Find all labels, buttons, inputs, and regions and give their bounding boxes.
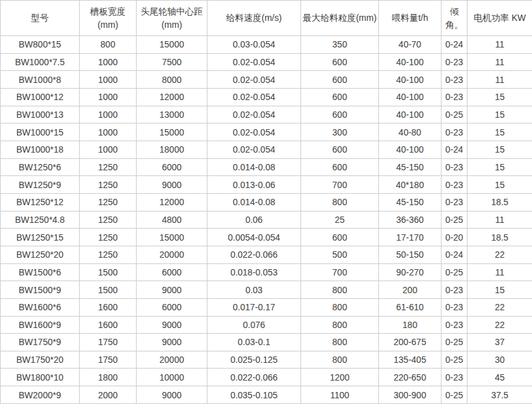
table-cell: 6000: [137, 263, 207, 281]
table-cell: 0-24: [442, 246, 467, 263]
table-row: BW1250*121250120000.014-0.0880045-1500-2…: [1, 193, 532, 211]
table-cell: 1750: [80, 334, 137, 351]
table-cell: 0.025-0.125: [207, 351, 301, 369]
table-cell: 0.018-0.053: [207, 263, 301, 281]
table-cell: 22: [467, 298, 532, 316]
table-cell: 40-100: [379, 141, 442, 158]
table-cell: 1250: [80, 211, 137, 229]
table-cell: 0-20: [442, 229, 467, 246]
table-cell: 500: [301, 246, 379, 263]
table-row: BW1000*151000150000.02-0.05430040-800-23…: [1, 123, 532, 141]
table-cell: 1500: [80, 281, 137, 299]
table-cell: 0-24: [442, 141, 467, 158]
table-cell: 15: [467, 141, 532, 158]
table-row: BW1000*121000120000.02-0.05460040-1000-2…: [1, 88, 532, 106]
table-cell: 11: [467, 263, 532, 281]
table-cell: 50-150: [379, 246, 442, 263]
column-header-4: 最大给料粒度(mm): [301, 1, 379, 36]
table-cell: 20000: [137, 246, 207, 263]
table-cell: 22: [467, 246, 532, 263]
table-cell: 2000: [80, 386, 137, 404]
table-cell: BW1600*9: [1, 316, 80, 334]
table-cell: 600: [301, 53, 379, 71]
table-cell: 25: [301, 211, 379, 229]
table-cell: 800: [80, 36, 137, 54]
table-cell: 0.076: [207, 316, 301, 334]
table-cell: BW1000*13: [1, 106, 80, 123]
feeder-specification-table: 型号槽板宽度(mm)头尾轮轴中心距 (mm)给料速度(m/s)最大给料粒度(mm…: [0, 0, 532, 404]
table-cell: 700: [301, 176, 379, 194]
table-cell: 600: [301, 141, 379, 158]
table-cell: BW1000*8: [1, 71, 80, 89]
table-cell: 12000: [137, 88, 207, 106]
table-cell: BW1800*10: [1, 369, 80, 386]
table-row: BW1500*6150060000.018-0.05370090-2700-25…: [1, 263, 532, 281]
table-cell: 0.02-0.054: [207, 106, 301, 123]
page: 型号槽板宽度(mm)头尾轮轴中心距 (mm)给料速度(m/s)最大给料粒度(mm…: [0, 0, 532, 404]
table-cell: 0-23: [442, 176, 467, 194]
table-row: BW1600*9160090000.0768001800-2322: [1, 316, 532, 334]
table-cell: 1250: [80, 193, 137, 211]
table-cell: 15: [467, 176, 532, 194]
table-row: BW800*15800150000.03-0.05435040-700-2411: [1, 36, 532, 54]
table-cell: 0.02-0.054: [207, 141, 301, 158]
table-cell: 40*180: [379, 176, 442, 194]
table-cell: 1000: [80, 106, 137, 123]
table-row: BW1750*201750200000.025-0.125800135-4050…: [1, 351, 532, 369]
table-cell: BW1250*6: [1, 158, 80, 176]
table-cell: 6000: [137, 298, 207, 316]
table-cell: 0.03-0.054: [207, 36, 301, 54]
table-cell: 40-100: [379, 106, 442, 123]
table-cell: 1800: [80, 369, 137, 386]
table-cell: 0-24: [442, 36, 467, 54]
table-cell: 37.5: [467, 386, 532, 404]
table-cell: 1250: [80, 158, 137, 176]
table-row: BW1000*131000130000.02-0.05460040-1000-2…: [1, 106, 532, 123]
table-cell: 0-23: [442, 281, 467, 299]
table-cell: 1600: [80, 298, 137, 316]
table-cell: 0.035-0.105: [207, 386, 301, 404]
table-cell: BW1750*20: [1, 351, 80, 369]
table-cell: BW1250*4.8: [1, 211, 80, 229]
table-cell: 1000: [80, 53, 137, 71]
column-header-1: 槽板宽度(mm): [80, 1, 137, 36]
table-row: BW1250*4.8125048000.062536-3600-2511: [1, 211, 532, 229]
table-cell: 0-23: [442, 88, 467, 106]
table-cell: 40-100: [379, 88, 442, 106]
table-row: BW1600*6160060000.017-0.1780061-6100-232…: [1, 298, 532, 316]
table-cell: 0.03-0.1: [207, 334, 301, 351]
table-cell: 1000: [80, 123, 137, 141]
table-cell: 15: [467, 123, 532, 141]
table-cell: 10000: [137, 369, 207, 386]
table-cell: 6000: [137, 158, 207, 176]
table-cell: 0.02-0.054: [207, 123, 301, 141]
table-row: BW1250*201250200000.022-0.06650050-1500-…: [1, 246, 532, 263]
table-cell: 7500: [137, 53, 207, 71]
table-cell: 1000: [80, 88, 137, 106]
table-cell: 45-150: [379, 158, 442, 176]
table-cell: 37: [467, 334, 532, 351]
table-cell: 800: [301, 316, 379, 334]
table-cell: 1200: [301, 369, 379, 386]
table-cell: 0.02-0.054: [207, 53, 301, 71]
table-cell: 18000: [137, 141, 207, 158]
table-cell: 15000: [137, 229, 207, 246]
table-cell: 0-25: [442, 386, 467, 404]
table-cell: 11: [467, 211, 532, 229]
spec-table-head: 型号槽板宽度(mm)头尾轮轴中心距 (mm)给料速度(m/s)最大给料粒度(mm…: [1, 1, 532, 36]
table-cell: BW1250*15: [1, 229, 80, 246]
table-cell: 1750: [80, 351, 137, 369]
table-cell: 9000: [137, 334, 207, 351]
table-cell: 1500: [80, 263, 137, 281]
column-header-6: 倾角。: [442, 1, 467, 36]
table-row: BW1800*101800100000.022-0.0661200220-650…: [1, 369, 532, 386]
table-cell: 0.022-0.066: [207, 246, 301, 263]
table-cell: 600: [301, 106, 379, 123]
table-cell: 0.017-0.17: [207, 298, 301, 316]
table-cell: 0-23: [442, 123, 467, 141]
table-row: BW1250*9125090000.013-0.0670040*1800-231…: [1, 176, 532, 194]
table-row: BW1250*6125060000.014-0.0860045-1500-231…: [1, 158, 532, 176]
table-cell: 9000: [137, 281, 207, 299]
table-cell: BW1500*9: [1, 281, 80, 299]
table-row: BW1000*181000180000.02-0.05460040-1000-2…: [1, 141, 532, 158]
